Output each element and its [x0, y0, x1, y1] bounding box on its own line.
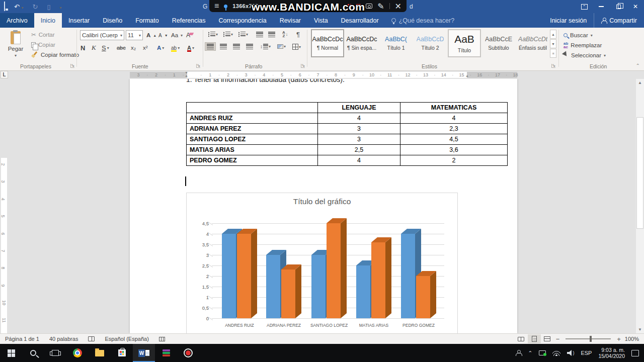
paste-button[interactable]: Pegar ▾ — [4, 29, 27, 62]
macro-record-icon[interactable] — [159, 337, 165, 341]
zoom-in-button[interactable]: + — [615, 335, 623, 343]
bandicam-pin-icon[interactable] — [224, 5, 227, 8]
bandicam-close-icon[interactable]: ✕ — [395, 2, 401, 11]
vertical-scrollbar[interactable]: ▲ ▼ — [636, 79, 644, 333]
tab-desarrollador[interactable]: Desarrollador — [335, 13, 385, 28]
sort-button[interactable]: AZ↓ — [281, 30, 289, 39]
decrease-indent-button[interactable] — [255, 31, 265, 38]
tab-revisar[interactable]: Revisar — [273, 13, 307, 28]
font-size-select[interactable]: 11▾ — [126, 30, 143, 40]
cut-button[interactable]: ✂Cortar — [31, 31, 55, 39]
undo-icon[interactable]: ↶ ▾ — [14, 3, 24, 11]
highlight-button[interactable]: ab▾ — [171, 43, 180, 53]
notification-center-icon[interactable] — [631, 350, 639, 356]
numbering-button[interactable]: ▾ — [221, 31, 234, 38]
line-spacing-button[interactable]: ↕▾ — [259, 43, 272, 50]
taskbar-bandicam[interactable] — [177, 344, 199, 362]
strikethrough-button[interactable]: abc — [117, 43, 126, 53]
underline-button[interactable]: S▾ — [102, 43, 109, 53]
font-dialog-launcher[interactable]: ⇘ — [196, 64, 200, 68]
monitor-status-icon[interactable] — [539, 350, 546, 355]
hidden-icons-chevron[interactable]: ⌃ — [528, 350, 532, 356]
sign-in-button[interactable]: Iniciar sesión — [543, 13, 594, 28]
zoom-out-button[interactable]: − — [554, 335, 562, 343]
shading-button[interactable]: ▾ — [276, 43, 287, 50]
font-family-select[interactable]: Calibri (Cuerp▾ — [80, 30, 124, 40]
align-left-button[interactable] — [205, 43, 215, 50]
document-page[interactable]: 1. Tener la información tabulada (datos … — [130, 79, 517, 333]
hanging-indent-marker[interactable]: ▲ — [185, 74, 188, 77]
subscript-button[interactable]: x₂ — [131, 43, 136, 53]
taskbar-search-button[interactable] — [22, 344, 44, 362]
taskbar-file-explorer[interactable] — [89, 344, 111, 362]
format-painter-button[interactable]: Copiar formato — [31, 51, 79, 59]
tab-diseno[interactable]: Diseño — [96, 13, 129, 28]
language-indicator[interactable]: Español (España) — [100, 336, 153, 342]
bullets-button[interactable]: ▾ — [206, 31, 219, 38]
multilevel-list-button[interactable]: ▾ — [236, 31, 250, 38]
page-count[interactable]: Página 1 de 1 — [0, 336, 44, 342]
task-view-button[interactable] — [44, 344, 66, 362]
taskbar-chrome[interactable] — [66, 344, 89, 362]
tab-selector[interactable]: L — [1, 71, 8, 78]
style-card[interactable]: AaBTítulo — [448, 29, 481, 57]
shrink-font-button[interactable]: A▼ — [158, 31, 168, 39]
styles-dialog-launcher[interactable]: ⇘ — [551, 64, 555, 68]
share-button[interactable]: Compartir — [594, 13, 644, 28]
align-center-button[interactable] — [218, 43, 228, 50]
wifi-icon[interactable] — [552, 350, 560, 356]
style-card[interactable]: AaBbC(Título 1 — [379, 29, 413, 57]
tab-vista[interactable]: Vista — [307, 13, 335, 28]
save-icon[interactable] — [4, 3, 5, 11]
clock[interactable]: 9:03 a. m. 15/04/2020 — [598, 347, 625, 359]
horizontal-ruler[interactable]: 321123456789101112131415161718··········… — [0, 71, 644, 79]
select-button[interactable]: Seleccionar▾ — [564, 51, 606, 59]
italic-button[interactable]: K — [92, 43, 96, 53]
style-card[interactable]: AaBbCcDTítulo 2 — [414, 29, 447, 57]
style-card[interactable]: AaBbCcDc¶ Normal — [311, 29, 344, 57]
right-indent-marker[interactable]: ▲ — [465, 74, 469, 77]
web-layout-button[interactable] — [541, 334, 554, 343]
tell-me-box[interactable]: ¿Qué desea hacer? — [385, 13, 461, 28]
print-layout-button[interactable] — [528, 334, 541, 343]
scroll-up-icon[interactable]: ▲ — [636, 79, 644, 86]
styles-scroll-up[interactable]: ▲ — [550, 30, 556, 39]
scrollbar-thumb[interactable] — [636, 117, 643, 229]
taskbar-winrar[interactable] — [155, 344, 177, 362]
change-case-button[interactable]: Aa▾ — [171, 31, 183, 39]
bold-button[interactable]: N — [80, 43, 85, 53]
redo-icon[interactable]: ↻ — [33, 3, 38, 11]
customize-qat-icon[interactable]: ▾ — [60, 3, 62, 11]
bandicam-menu-icon[interactable]: ≡ — [214, 2, 219, 11]
tab-inicio[interactable]: Inicio — [34, 13, 62, 28]
grades-table[interactable]: LENGUAJE MATEMATICAS ANDRES RUIZ44 ADRIA… — [186, 102, 508, 166]
minimize-button[interactable] — [593, 0, 610, 13]
volume-icon[interactable]: ) — [567, 350, 574, 356]
styles-scroll-down[interactable]: ▼ — [550, 39, 556, 48]
paragraph-dialog-launcher[interactable]: ⇘ — [301, 64, 305, 68]
close-button[interactable]: ✕ — [627, 0, 644, 13]
tab-formato[interactable]: Formato — [129, 13, 166, 28]
read-mode-button[interactable] — [515, 334, 528, 343]
start-button[interactable] — [0, 344, 22, 362]
clear-formatting-button[interactable]: A — [186, 31, 190, 39]
style-card[interactable]: AaBbCcDc¶ Sin espa... — [345, 29, 378, 57]
justify-button[interactable] — [245, 43, 255, 50]
tab-correspondencia[interactable]: Correspondencia — [212, 13, 273, 28]
touch-mode-icon[interactable]: ▯ — [47, 3, 50, 11]
keyboard-language[interactable]: ESP — [581, 350, 592, 356]
copy-button[interactable]: Copiar — [31, 41, 55, 49]
style-card[interactable]: AaBbCcDtÉnfasis sutil — [516, 29, 549, 57]
scroll-down-icon[interactable]: ▼ — [636, 326, 644, 333]
collapse-ribbon-icon[interactable]: ⌃ — [636, 63, 640, 68]
taskbar-word[interactable]: W — [133, 344, 155, 362]
proofing-icon[interactable] — [88, 336, 95, 341]
bandicam-draw-icon[interactable]: ✎ — [377, 2, 384, 11]
replace-button[interactable]: abac Reemplazar — [564, 41, 602, 49]
grow-font-button[interactable]: A▲ — [146, 31, 156, 39]
word-count[interactable]: 40 palabras — [44, 336, 84, 342]
borders-button[interactable]: ▾ — [291, 43, 302, 51]
style-card[interactable]: AaBbCcESubtítulo — [482, 29, 515, 57]
find-button[interactable]: Buscar▾ — [564, 31, 593, 39]
ribbon-display-options-button[interactable]: ⌃ — [576, 0, 593, 13]
